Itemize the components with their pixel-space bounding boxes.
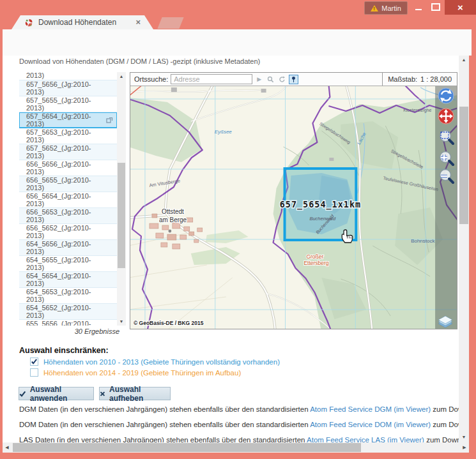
- scroll-right-icon[interactable]: ▶: [460, 442, 469, 453]
- vertical-scrollbar[interactable]: ▲ ▼: [459, 56, 469, 442]
- address-search-input[interactable]: [171, 74, 252, 84]
- list-item[interactable]: 654_5653_(Jg:2010-2013): [19, 288, 117, 304]
- map-image: Ottstedt am Berge Großer Ettersberg Eyßs…: [130, 86, 457, 329]
- window-border: [0, 56, 3, 453]
- list-item[interactable]: 657_5655_(Jg:2010-2013): [19, 96, 117, 112]
- page-intro-text: Download von Höhendaten (DGM / DOM / LAS…: [19, 57, 260, 65]
- cross-icon: [100, 391, 105, 397]
- scroll-up-icon[interactable]: ▲: [117, 72, 126, 80]
- list-item[interactable]: 656_5653_(Jg:2010-2013): [19, 208, 117, 224]
- window-border: [0, 453, 476, 459]
- dgm-info-paragraph: DGM Daten (in den verschienen Jahrgängen…: [19, 405, 459, 413]
- village-label: am Berge: [159, 216, 187, 223]
- atom-feed-dom-link[interactable]: Atom Feed Service DOM (im Viewer): [310, 421, 431, 428]
- las-info-paragraph: LAS Daten (in den verschienen Jahrgängen…: [19, 436, 459, 442]
- list-item[interactable]: 657_5652_(Jg:2010-2013): [19, 144, 117, 160]
- pin-marker-button[interactable]: [289, 75, 298, 84]
- atom-feed-dgm-link[interactable]: Atom Feed Service DGM (im Viewer): [310, 405, 431, 413]
- map-refresh-button[interactable]: [438, 88, 454, 103]
- scale-label: Maßstab:: [388, 75, 417, 83]
- warning-icon: !: [371, 5, 378, 11]
- hill-label: Großer: [306, 253, 323, 260]
- list-item[interactable]: 656_5652_(Jg:2010-2013): [19, 224, 117, 240]
- window-border: [469, 56, 476, 459]
- ortssuche-label: Ortssuche:: [134, 75, 168, 83]
- selected-tile-label: 657_5654_1x1km: [280, 199, 361, 210]
- vertical-scrollbar-thumb[interactable]: [459, 107, 468, 224]
- close-icon: ×: [457, 2, 463, 13]
- open-popup-icon[interactable]: [106, 117, 113, 124]
- apply-selection-button[interactable]: Auswahl anwenden: [19, 387, 94, 400]
- maximize-icon: [431, 3, 440, 11]
- search-go-button[interactable]: ▶: [254, 75, 264, 84]
- results-count: 30 Ergebnisse: [19, 327, 119, 335]
- stone-label: Bohnstock: [411, 238, 434, 244]
- filter-option-2010-2013: Höhendaten von 2010 - 2013 (Gebiete Thür…: [30, 357, 280, 366]
- checkbox-2014-2019[interactable]: [30, 368, 38, 377]
- tile-rows: 2013) 657_5656_(Jg:2010-2013) 657_5655_(…: [19, 72, 117, 326]
- pond-label: Eyßsee: [215, 129, 233, 135]
- search-magnifier-button[interactable]: [266, 75, 275, 84]
- browser-tab[interactable]: Download Höhendaten ×: [12, 15, 153, 29]
- scale-value: 1 : 28,000: [420, 75, 452, 83]
- tab-close-button[interactable]: ×: [135, 19, 141, 26]
- atom-feed-las-link[interactable]: Atom Feed Service LAS (im Viewer): [307, 436, 424, 442]
- minimize-button[interactable]: [410, 0, 427, 14]
- filter-label-2010-2013[interactable]: Höhendaten von 2010 - 2013 (Gebiete Thür…: [43, 358, 280, 366]
- list-scrollbar-thumb[interactable]: [118, 163, 125, 268]
- dom-info-paragraph: DOM Daten (in den verschienen Jahrgängen…: [19, 421, 459, 428]
- map-canvas[interactable]: Ottstedt am Berge Großer Ettersberg Eyßs…: [130, 86, 457, 329]
- list-item[interactable]: 654_5652_(Jg:2010-2013): [19, 304, 117, 320]
- pushpin-icon: [290, 76, 297, 83]
- list-scrollbar[interactable]: ▲ ▼: [117, 72, 126, 326]
- trail-label: Klostersteighe: [403, 108, 431, 113]
- filter-label-2014-2019[interactable]: Höhendaten von 2014 - 2019 (Gebiete Thür…: [43, 369, 241, 377]
- check-icon: [31, 358, 38, 365]
- horizontal-scrollbar[interactable]: ◀ ▶: [3, 442, 469, 453]
- map-attribution: © GeoBasis-DE / BKG 2015: [134, 320, 204, 326]
- reset-icon: [279, 76, 286, 83]
- page-content: Download von Höhendaten (DGM / DOM / LAS…: [3, 56, 459, 442]
- browser-navbar: ← → www.geoportal-th.de/de-de/downloadbe…: [3, 29, 472, 56]
- checkbox-2010-2013[interactable]: [30, 357, 38, 366]
- scroll-down-icon[interactable]: ▼: [117, 317, 126, 326]
- close-window-button[interactable]: ×: [445, 0, 476, 15]
- list-item-selected[interactable]: 657_5654_(Jg:2010-2013): [19, 112, 117, 128]
- browser-profile-button[interactable]: ! Martin: [364, 1, 408, 15]
- map-widget: Ortssuche: ▶: [130, 72, 457, 329]
- list-item[interactable]: 657_5653_(Jg:2010-2013): [19, 128, 117, 144]
- profile-name: Martin: [381, 4, 401, 12]
- filter-heading: Auswahl einschränken:: [19, 346, 109, 355]
- list-item[interactable]: 656_5654_(Jg:2010-2013): [19, 192, 117, 208]
- village-label: Ottstedt: [162, 208, 184, 215]
- list-item-partial[interactable]: 2013): [19, 72, 117, 80]
- tab-favicon-icon: [24, 18, 34, 27]
- check-icon: [19, 390, 26, 398]
- list-item[interactable]: 654_5656_(Jg:2010-2013): [19, 240, 117, 256]
- map-toolbar: Ortssuche: ▶: [130, 73, 457, 86]
- list-item[interactable]: 656_5656_(Jg:2010-2013): [19, 160, 117, 176]
- hill-label: Ettersberg: [303, 260, 328, 266]
- list-item[interactable]: 657_5656_(Jg:2010-2013): [19, 80, 117, 96]
- search-reset-button[interactable]: [277, 75, 287, 84]
- maximize-button[interactable]: [427, 0, 444, 14]
- filter-option-2014-2019: Höhendaten von 2014 - 2019 (Gebiete Thür…: [30, 368, 241, 377]
- horizontal-scrollbar-thumb[interactable]: [13, 443, 361, 452]
- scroll-up-icon[interactable]: ▲: [459, 56, 469, 64]
- scale-display: Maßstab: 1 : 28,000: [382, 73, 457, 86]
- window-titlebar: ! Martin ×: [0, 0, 476, 15]
- scroll-down-icon[interactable]: ▼: [459, 433, 469, 441]
- list-item[interactable]: 654_5654_(Jg:2010-2013): [19, 272, 117, 288]
- clear-selection-button[interactable]: Auswahl aufheben: [99, 387, 171, 400]
- map-pan-button[interactable]: [438, 109, 454, 124]
- list-item-partial[interactable]: 655_5656_(Jg:2010-: [19, 320, 117, 326]
- tile-list: 2013) 657_5656_(Jg:2010-2013) 657_5655_(…: [19, 72, 126, 326]
- scroll-left-icon[interactable]: ◀: [3, 442, 12, 453]
- list-item[interactable]: 654_5655_(Jg:2010-2013): [19, 256, 117, 272]
- tab-title: Download Höhendaten: [38, 18, 131, 27]
- new-tab-button[interactable]: [157, 17, 183, 29]
- magnifier-icon: [267, 76, 274, 83]
- list-item[interactable]: 656_5655_(Jg:2010-2013): [19, 176, 117, 192]
- minimize-icon: [415, 9, 422, 10]
